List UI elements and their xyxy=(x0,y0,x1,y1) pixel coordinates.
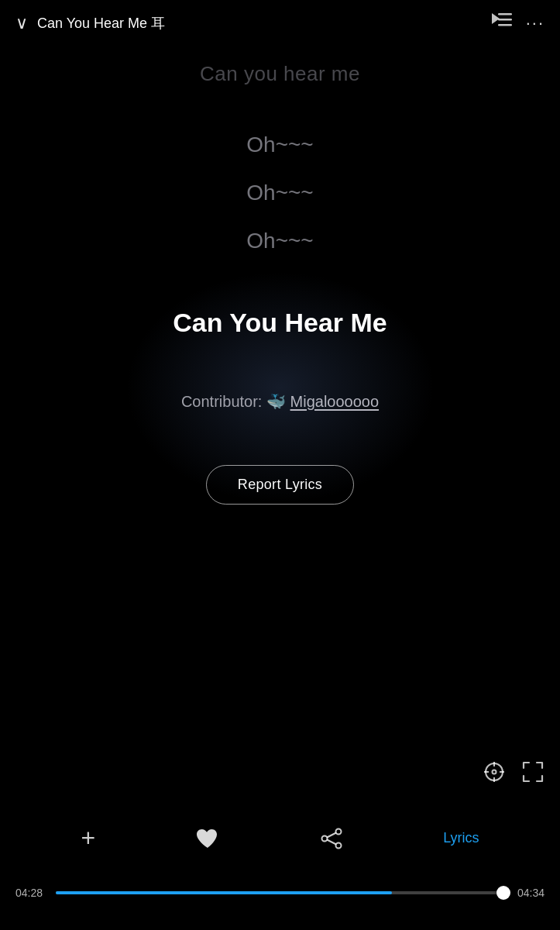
heart-button[interactable] xyxy=(195,828,220,849)
svg-point-12 xyxy=(336,842,342,848)
contributor-label: Contributor: xyxy=(181,393,263,410)
svg-rect-2 xyxy=(498,24,512,26)
contributor-emoji: 🐳 xyxy=(266,393,286,410)
fullscreen-icon[interactable] xyxy=(521,760,545,787)
report-lyrics-button[interactable]: Report Lyrics xyxy=(206,465,354,505)
lyric-line-1: Oh~~~ xyxy=(246,133,313,157)
active-lyric: Can You Hear Me xyxy=(173,308,387,338)
svg-point-10 xyxy=(336,828,342,834)
current-time: 04:28 xyxy=(15,887,45,899)
oh-lyrics-section: Oh~~~ Oh~~~ Oh~~~ xyxy=(246,133,313,253)
svg-line-14 xyxy=(327,839,336,844)
lyric-line-3: Oh~~~ xyxy=(246,229,313,253)
bottom-overlay-icons xyxy=(483,760,545,787)
top-bar-right: ··· xyxy=(492,13,545,33)
song-title: Can You Hear Me 耳 xyxy=(37,14,165,33)
add-button[interactable]: + xyxy=(81,824,95,852)
lyrics-button[interactable]: Lyrics xyxy=(443,830,479,846)
svg-line-13 xyxy=(327,832,336,837)
svg-point-5 xyxy=(493,770,496,774)
contributor-link[interactable]: Migaloooooo xyxy=(290,393,380,410)
lyric-line-2: Oh~~~ xyxy=(246,181,313,205)
crosshair-icon[interactable] xyxy=(483,760,506,787)
lyrics-container: Can you hear me Oh~~~ Oh~~~ Oh~~~ Can Yo… xyxy=(0,0,560,930)
svg-rect-0 xyxy=(498,13,512,16)
faded-top-lyric: Can you hear me xyxy=(200,62,360,86)
share-button[interactable] xyxy=(320,828,343,849)
more-options-icon[interactable]: ··· xyxy=(526,13,545,33)
top-bar-left: ∨ Can You Hear Me 耳 xyxy=(15,13,165,33)
progress-section: 04:28 04:34 xyxy=(0,887,560,899)
progress-thumb[interactable] xyxy=(496,886,510,900)
progress-bar-track[interactable] xyxy=(56,891,504,894)
top-bar: ∨ Can You Hear Me 耳 ··· xyxy=(0,0,560,46)
total-time: 04:34 xyxy=(515,887,545,899)
chevron-down-icon[interactable]: ∨ xyxy=(15,13,28,33)
progress-bar-fill xyxy=(56,891,392,894)
queue-icon[interactable] xyxy=(492,13,512,33)
bottom-actions: + Lyrics xyxy=(0,824,560,852)
svg-point-11 xyxy=(322,835,328,841)
svg-rect-1 xyxy=(498,19,512,21)
contributor-section: Contributor: 🐳 Migaloooooo xyxy=(181,392,379,411)
